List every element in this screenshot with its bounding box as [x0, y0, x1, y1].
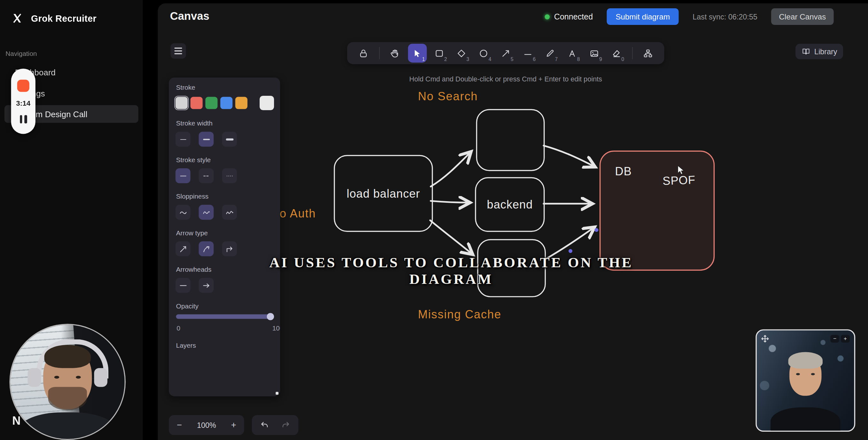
- sloppiness-architect-button[interactable]: [175, 205, 190, 220]
- tool-eraser[interactable]: 0: [607, 44, 626, 63]
- record-stop-button[interactable]: [17, 80, 29, 92]
- tool-island: 1 2 3 4 5 6 7: [347, 42, 664, 64]
- annotation-no-search: No Search: [418, 90, 478, 103]
- participant-video-tile[interactable]: − +: [755, 329, 855, 432]
- panel-scroll-thumb[interactable]: [276, 392, 278, 395]
- tool-diamond[interactable]: 3: [452, 44, 471, 63]
- connection-status: Connected: [545, 12, 593, 21]
- participant-shirt: [771, 407, 840, 432]
- ellipse-icon: [478, 48, 489, 58]
- stroke-color-blue[interactable]: [220, 97, 232, 109]
- arrow-type-sharp-button[interactable]: [175, 241, 190, 256]
- stroke-color-red[interactable]: [190, 97, 203, 109]
- tool-line[interactable]: 6: [518, 44, 537, 63]
- diagram-node-db[interactable]: DB SPOF: [599, 150, 715, 271]
- sloppiness-cartoonist-button[interactable]: [222, 205, 237, 220]
- opacity-label: Opacity: [176, 302, 273, 310]
- sharp-arrow-icon: [178, 244, 188, 254]
- tool-draw[interactable]: 7: [541, 44, 559, 63]
- pause-button[interactable]: [20, 115, 27, 123]
- arrow-endpoint-handle[interactable]: [595, 228, 598, 232]
- stroke-color-green[interactable]: [205, 97, 217, 109]
- library-label: Library: [814, 47, 837, 56]
- opacity-slider-knob[interactable]: [267, 313, 274, 320]
- participant-eye: [811, 373, 815, 375]
- stroke-style-solid-button[interactable]: [175, 168, 190, 183]
- tool-selection[interactable]: 1: [408, 44, 427, 63]
- line-icon: [523, 48, 533, 58]
- move-handle-icon[interactable]: [761, 335, 769, 343]
- opacity-scale: 0 100: [177, 324, 280, 332]
- library-button[interactable]: Library: [796, 44, 843, 59]
- opacity-max: 100: [272, 324, 280, 332]
- undo-button[interactable]: [256, 417, 273, 433]
- stroke-style-label: Stroke style: [176, 156, 273, 164]
- opacity-slider[interactable]: [176, 315, 273, 319]
- tool-more-shapes[interactable]: [639, 44, 657, 63]
- menu-button[interactable]: [170, 43, 186, 59]
- sloppiness-artist-button[interactable]: [199, 205, 214, 220]
- tool-arrow[interactable]: 5: [496, 44, 515, 63]
- stroke-color-row: [175, 96, 273, 110]
- node-label: load balancer: [346, 187, 420, 200]
- pause-icon: [20, 115, 22, 123]
- diagram-node-empty-top[interactable]: [476, 109, 545, 171]
- stage: Grok Recruiter Navigation Dashboard Sett…: [0, 0, 868, 440]
- recording-widget: 3:14: [11, 69, 35, 134]
- stroke-width-thin-button[interactable]: [175, 132, 190, 147]
- zoom-controls: − 100% +: [169, 415, 244, 435]
- arrowhead-start-button[interactable]: [175, 278, 190, 293]
- tool-hand[interactable]: [385, 44, 404, 63]
- tool-text[interactable]: 8: [563, 44, 582, 63]
- zoom-in-button[interactable]: +: [223, 415, 244, 435]
- redo-icon: [281, 420, 290, 430]
- submit-diagram-button[interactable]: Submit diagram: [607, 8, 679, 25]
- tool-shortcut: 0: [621, 57, 624, 62]
- x-logo-icon: [11, 12, 23, 24]
- tool-shortcut: 8: [577, 57, 580, 62]
- clear-canvas-button[interactable]: Clear Canvas: [771, 8, 834, 25]
- history-controls: [252, 415, 299, 435]
- annotation-missing-cache: Missing Cache: [418, 308, 501, 321]
- zoom-out-button[interactable]: −: [169, 415, 190, 435]
- stroke-style-dotted-button[interactable]: [222, 168, 237, 183]
- stroke-width-extrabold-button[interactable]: [222, 132, 237, 147]
- tool-image[interactable]: 9: [585, 44, 603, 63]
- selection-cursor-icon: [412, 48, 423, 58]
- current-color-swatch[interactable]: [260, 96, 274, 110]
- editor-hint: Hold Cmd and Double-click or press Cmd +…: [347, 75, 664, 83]
- minimize-video-button[interactable]: −: [830, 335, 839, 343]
- stroke-style-dashed-button[interactable]: [199, 168, 214, 183]
- hamburger-icon: [174, 48, 182, 49]
- arrow-endpoint-handle[interactable]: [568, 249, 572, 253]
- stroke-color-orange[interactable]: [235, 97, 248, 109]
- expand-video-button[interactable]: +: [841, 335, 850, 343]
- arrowhead-end-button[interactable]: [199, 278, 214, 293]
- solid-line-icon: [178, 171, 188, 181]
- node-label: DB: [615, 165, 632, 179]
- cartoonist-squiggle-icon: [224, 207, 235, 217]
- arrow-type-elbow-button[interactable]: [222, 241, 237, 256]
- zoom-level[interactable]: 100%: [190, 421, 223, 429]
- arrow-type-curved-button[interactable]: [199, 241, 214, 256]
- stray-letter: N: [12, 414, 21, 428]
- stroke-color-gray[interactable]: [175, 97, 187, 109]
- person-face: [43, 347, 92, 409]
- tool-shortcut: 1: [422, 57, 425, 62]
- sidebar-header: Grok Recruiter: [0, 0, 143, 24]
- lock-icon: [358, 48, 369, 58]
- stroke-width-bold-button[interactable]: [199, 132, 214, 147]
- arrowhead-arrow-icon: [201, 280, 211, 290]
- tool-ellipse[interactable]: 4: [474, 44, 493, 63]
- diagram-node-load-balancer[interactable]: load balancer: [334, 155, 433, 232]
- opacity-slider-fill: [176, 315, 273, 319]
- sloppiness-label: Sloppiness: [176, 192, 273, 200]
- redo-button[interactable]: [277, 417, 294, 433]
- video-caption: AI USES TOOLS TO COLLABORATE ON THE DIAG…: [241, 254, 661, 288]
- tool-shortcut: 2: [444, 57, 447, 62]
- tool-rectangle[interactable]: 2: [430, 44, 449, 63]
- diagram-node-backend[interactable]: backend: [475, 177, 545, 232]
- bold-line-icon: [201, 134, 211, 144]
- headphone-cup: [94, 368, 107, 387]
- tool-lock[interactable]: [354, 44, 373, 63]
